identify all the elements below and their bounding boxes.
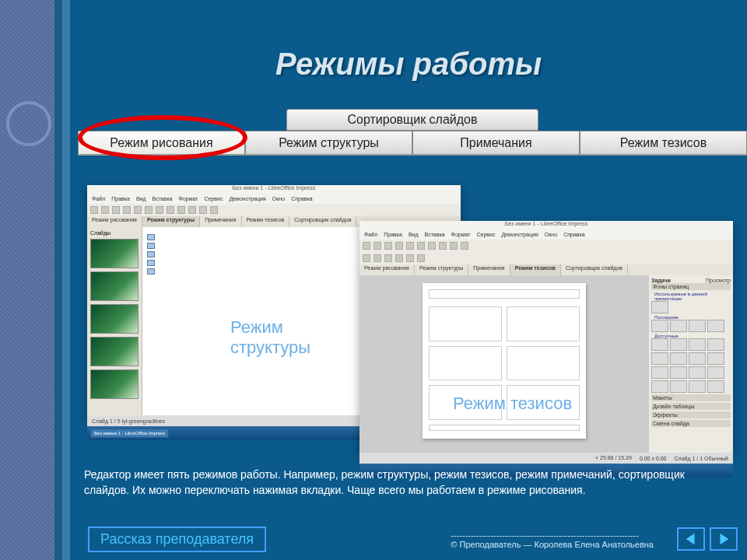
menu-item[interactable]: Файл — [364, 232, 377, 237]
menu-item[interactable]: Справка — [291, 196, 312, 201]
bg-swatch[interactable] — [707, 380, 724, 393]
tab-outline-mode[interactable]: Режим структуры — [245, 131, 412, 156]
toolbar-icon[interactable] — [395, 242, 403, 250]
toolbar-icon[interactable] — [112, 206, 120, 214]
slide-thumb[interactable] — [90, 239, 139, 268]
slide-icon — [147, 243, 155, 249]
menu-item[interactable]: Окно — [272, 196, 285, 201]
slide-thumb[interactable] — [90, 304, 139, 334]
subtab[interactable]: Примечания — [468, 264, 510, 275]
toolbar-icon[interactable] — [210, 206, 218, 214]
prev-slide-button[interactable] — [677, 527, 705, 551]
tasks-view[interactable]: Просмотр — [706, 278, 731, 283]
subtab[interactable]: Режим структуры — [415, 264, 468, 275]
toolbar-icon[interactable] — [188, 206, 196, 214]
tab-handout-mode[interactable]: Режим тезисов — [580, 131, 747, 156]
toolbar-icon[interactable] — [384, 242, 392, 250]
slide-thumb[interactable] — [90, 369, 139, 399]
menu-item[interactable]: Правка — [384, 232, 402, 237]
tasks-section[interactable]: Фоны страниц — [651, 283, 731, 290]
toolbar-icon[interactable] — [450, 242, 458, 250]
tasks-section[interactable]: Макеты — [651, 394, 731, 401]
toolbar-icon[interactable] — [90, 206, 98, 214]
next-slide-button[interactable] — [710, 527, 738, 551]
footer-badge: Рассказ преподавателя — [88, 527, 266, 552]
slide-thumb[interactable] — [90, 337, 139, 366]
toolbar-icon[interactable] — [374, 254, 381, 262]
toolbar-icon[interactable] — [123, 206, 131, 214]
subtab[interactable]: Примечания — [200, 216, 241, 227]
subtab[interactable]: Режим рисования — [87, 216, 142, 227]
toolbar-icon[interactable] — [177, 206, 185, 214]
tasks-section[interactable]: Эффекты — [651, 411, 731, 418]
toolbar-icon[interactable] — [199, 206, 207, 214]
credits-text: © Преподаватель — Королева Елена Анатоль… — [451, 540, 654, 549]
menu-item[interactable]: Формат — [179, 196, 198, 201]
bg-swatch[interactable] — [707, 338, 724, 351]
bg-swatch[interactable] — [651, 338, 668, 351]
toolbar-icon[interactable] — [134, 206, 142, 214]
subtab[interactable]: Сортировщик слайдов — [561, 264, 628, 275]
annotation-handout: Режим тезисов — [453, 394, 572, 414]
bg-swatch[interactable] — [689, 352, 706, 365]
bg-swatch[interactable] — [689, 320, 706, 332]
tab-notes-mode[interactable]: Примечания — [412, 131, 580, 156]
toolbar-icon[interactable] — [156, 206, 163, 214]
handout-page[interactable] — [423, 283, 586, 439]
bg-swatch[interactable] — [670, 320, 687, 332]
bg-swatch[interactable] — [707, 320, 724, 332]
menu-item[interactable]: Вставка — [425, 232, 445, 237]
toolbar-icon[interactable] — [461, 242, 468, 250]
toolbar-icon[interactable] — [101, 206, 109, 214]
menu-item[interactable]: Формат — [451, 232, 471, 237]
bg-swatch[interactable] — [651, 380, 668, 393]
toolbar-icon[interactable] — [167, 206, 174, 214]
menu-item[interactable]: Справка — [563, 232, 584, 237]
toolbar-icon[interactable] — [395, 254, 403, 262]
bg-swatch[interactable] — [689, 366, 706, 379]
toolbar-icon[interactable] — [417, 242, 425, 250]
bg-swatch[interactable] — [670, 380, 687, 393]
taskbar-item[interactable]: Без имени 1 - LibreOffice Impress — [90, 429, 169, 438]
slide-thumb[interactable] — [90, 271, 139, 301]
bg-swatch[interactable] — [651, 320, 668, 332]
menu-item[interactable]: Окно — [545, 232, 557, 237]
bg-swatch[interactable] — [651, 301, 668, 313]
menu-item[interactable]: Вид — [136, 196, 146, 201]
tasks-section[interactable]: Дизайн таблицы — [651, 403, 731, 410]
toolbar-icon[interactable] — [439, 242, 447, 250]
toolbar-icon[interactable] — [428, 242, 436, 250]
bg-swatch[interactable] — [670, 338, 687, 351]
menu-item[interactable]: Демонстрация — [501, 232, 538, 237]
toolbar-icon[interactable] — [417, 254, 425, 262]
bg-swatch[interactable] — [670, 366, 687, 379]
toolbar-icon[interactable] — [145, 206, 153, 214]
menu-item[interactable]: Вид — [409, 232, 419, 237]
tasks-section[interactable]: Смена слайда — [651, 420, 731, 427]
menu-item[interactable]: Файл — [92, 196, 105, 201]
subtab[interactable]: Режим тезисов — [242, 216, 290, 227]
menu-item[interactable]: Правка — [111, 196, 130, 201]
bg-swatch[interactable] — [707, 366, 724, 379]
bg-swatch[interactable] — [689, 380, 706, 393]
bg-swatch[interactable] — [707, 352, 724, 365]
subtab-active[interactable]: Режим структуры — [142, 216, 200, 227]
toolbar-icon[interactable] — [374, 242, 381, 250]
subtab[interactable]: Режим рисования — [359, 264, 415, 275]
menu-item[interactable]: Сервис — [476, 232, 495, 237]
toolbar-icon[interactable] — [363, 242, 370, 250]
bg-swatch[interactable] — [670, 352, 687, 365]
toolbar-icon[interactable] — [384, 254, 392, 262]
menu-item[interactable]: Вставка — [153, 196, 173, 201]
menu-item[interactable]: Сервис — [204, 196, 223, 201]
menu-item[interactable]: Демонстрация — [229, 196, 265, 201]
bg-swatch[interactable] — [651, 366, 668, 379]
toolbar-icon[interactable] — [406, 254, 414, 262]
bg-swatch[interactable] — [689, 338, 706, 351]
subtab[interactable]: Сортировщик слайдов — [289, 216, 356, 227]
toolbar-icon[interactable] — [406, 242, 414, 250]
bg-swatch[interactable] — [651, 352, 668, 365]
tab-slide-sorter[interactable]: Сортировщик слайдов — [286, 109, 538, 131]
subtab-active[interactable]: Режим тезисов — [510, 264, 561, 275]
toolbar-icon[interactable] — [363, 254, 370, 262]
